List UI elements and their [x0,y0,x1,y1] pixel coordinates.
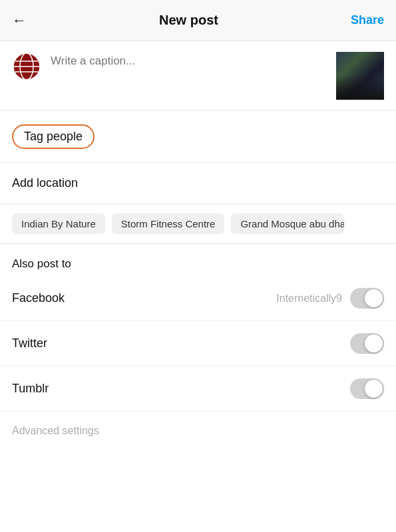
tag-people-label: Tag people [12,124,95,149]
advanced-settings[interactable]: Advanced settings [0,412,396,450]
chips-row: Indian By Nature Storm Fitness Centre Gr… [0,204,396,244]
tag-people-row[interactable]: Tag people [0,111,396,163]
advanced-settings-label: Advanced settings [12,425,99,436]
facebook-toggle[interactable] [350,288,384,309]
add-location-label: Add location [12,176,78,190]
caption-input[interactable] [51,52,327,68]
twitter-toggle-knob [365,334,383,352]
caption-area [0,41,396,111]
share-button[interactable]: Share [351,13,384,27]
also-post-title: Also post to [12,257,71,270]
tumblr-row: Tumblr [0,366,396,412]
twitter-info: Twitter [12,336,47,350]
globe-icon [12,52,41,81]
page-title: New post [159,13,218,28]
facebook-right: Internetically9 [276,288,384,309]
tumblr-label: Tumblr [12,382,49,396]
chip-2[interactable]: Grand Mosque abu dha [231,213,344,234]
facebook-label: Facebook [12,291,65,305]
post-thumbnail [336,52,384,100]
header: ← New post Share [0,0,396,41]
twitter-row: Twitter [0,321,396,366]
chip-0[interactable]: Indian By Nature [12,213,105,234]
facebook-row: Facebook Internetically9 [0,276,396,321]
tumblr-toggle[interactable] [350,378,384,399]
facebook-account: Internetically9 [276,293,342,305]
facebook-toggle-knob [365,289,383,307]
twitter-toggle[interactable] [350,333,384,354]
tumblr-info: Tumblr [12,382,49,396]
back-button[interactable]: ← [12,12,27,29]
twitter-right [350,333,384,354]
tumblr-toggle-knob [365,380,383,398]
add-location-row[interactable]: Add location [0,163,396,204]
also-post-section: Also post to [0,244,396,276]
chip-1[interactable]: Storm Fitness Centre [112,213,225,234]
facebook-info: Facebook [12,291,65,305]
twitter-label: Twitter [12,336,47,350]
tumblr-right [350,378,384,399]
